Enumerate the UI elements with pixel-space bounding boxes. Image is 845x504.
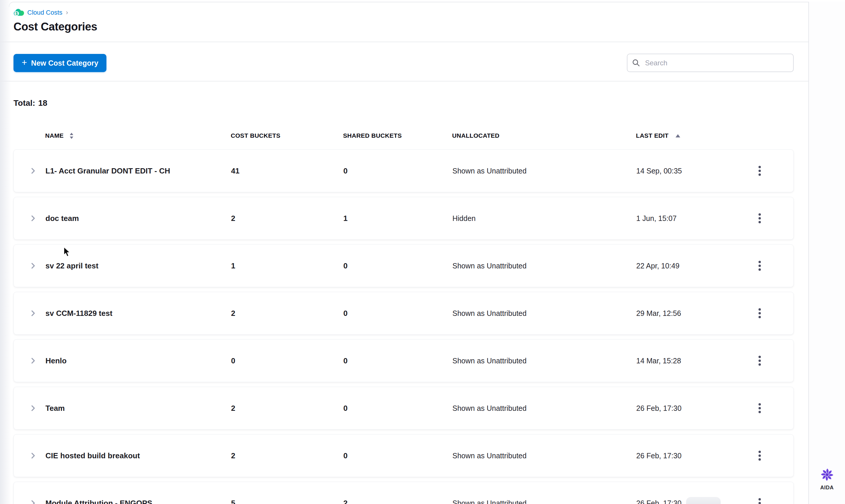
cloud-costs-icon: $ [14,8,24,17]
last-edit-value: 26 Feb, 17:30 [636,404,681,413]
last-edit-value: 26 Feb, 17:30 [636,499,681,504]
sort-both-icon[interactable] [70,133,74,139]
last-edit-value: 22 Apr, 10:49 [636,262,679,270]
toolbar-divider [0,81,808,82]
expand-chevron-icon[interactable] [28,213,38,223]
breadcrumb: $ Cloud Costs › [14,8,68,17]
cost-category-name: CIE hosted build breakout [46,451,140,460]
cost-buckets-value: 2 [231,309,235,318]
total-count: Total:18 [14,98,47,108]
cost-category-list: L1- Acct Granular DONT EDIT - CH 41 0 Sh… [14,149,794,504]
row-menu-kebab-icon[interactable] [753,209,767,228]
unallocated-value: Shown as Unattributed [453,357,527,365]
aida-icon[interactable] [820,468,834,483]
table-row[interactable]: Team 2 0 Shown as Unattributed 26 Feb, 1… [14,387,794,430]
shared-buckets-value: 0 [344,451,348,460]
table-row[interactable]: Module Attribution - ENGOPS 5 2 Shown as… [14,482,794,504]
cost-category-name: Team [46,404,65,413]
shared-buckets-value: 0 [344,262,348,270]
cost-category-name: doc team [46,214,79,223]
shared-buckets-value: 0 [344,356,348,365]
column-header-unallocated[interactable]: UNALLOCATED [452,132,499,139]
unallocated-value: Shown as Unattributed [453,404,527,413]
aida-assistant-widget[interactable]: AIDA [809,468,845,491]
unallocated-value: Hidden [453,214,476,223]
table-row[interactable]: doc team 2 1 Hidden 1 Jun, 15:07 [14,197,794,240]
unallocated-value: Shown as Unattributed [453,262,527,270]
unallocated-value: Shown as Unattributed [453,452,527,460]
row-menu-kebab-icon[interactable] [753,161,767,180]
aida-label: AIDA [809,485,845,491]
row-menu-kebab-icon[interactable] [753,494,767,504]
expand-chevron-icon[interactable] [28,403,38,413]
cost-category-name: Module Attribution - ENGOPS [46,499,152,504]
shared-buckets-value: 0 [344,309,348,318]
unallocated-value: Shown as Unattributed [453,309,527,318]
last-edit-value: 14 Mar, 15:28 [636,357,681,365]
last-edit-value: 29 Mar, 12:56 [636,309,681,318]
breadcrumb-separator: › [66,9,68,16]
cost-category-name: L1- Acct Granular DONT EDIT - CH [46,166,170,176]
table-row[interactable]: CIE hosted build breakout 2 0 Shown as U… [14,434,794,477]
header-divider [0,42,808,42]
cost-buckets-value: 5 [231,499,235,504]
expand-chevron-icon[interactable] [28,260,38,271]
cost-buckets-value: 2 [231,214,235,223]
last-edit-value: 26 Feb, 17:30 [636,452,681,460]
expand-chevron-icon[interactable] [28,498,38,504]
page-title: Cost Categories [14,20,97,33]
unallocated-value: Shown as Unattributed [453,167,527,175]
shared-buckets-value: 0 [344,404,348,413]
collapsed-nav-edge [0,0,11,504]
breadcrumb-cloud-costs-link[interactable]: Cloud Costs [27,9,63,16]
expand-chevron-icon[interactable] [28,165,38,176]
row-menu-kebab-icon[interactable] [753,351,767,370]
cost-category-name: sv 22 april test [46,262,99,270]
expand-chevron-icon[interactable] [28,450,38,461]
table-row[interactable]: Henlo 0 0 Shown as Unattributed 14 Mar, … [14,339,794,382]
right-gutter [809,2,845,504]
new-cost-category-label: New Cost Category [31,59,98,67]
cost-buckets-value: 2 [231,451,235,460]
cost-buckets-value: 1 [231,262,235,270]
cost-buckets-value: 0 [231,356,235,365]
cost-buckets-value: 2 [231,404,235,413]
row-menu-kebab-icon[interactable] [753,256,767,275]
sort-asc-icon[interactable] [675,134,680,138]
last-edit-value: 14 Sep, 00:35 [636,167,682,175]
plus-icon: + [22,58,27,67]
column-header-name[interactable]: NAME [45,132,74,139]
bottom-overlay-peek [686,497,721,504]
table-row[interactable]: sv 22 april test 1 0 Shown as Unattribut… [14,245,794,287]
shared-buckets-value: 1 [344,214,348,223]
search-input[interactable] [627,54,794,72]
row-menu-kebab-icon[interactable] [753,446,767,465]
cost-buckets-value: 41 [231,166,240,176]
expand-chevron-icon[interactable] [28,308,38,319]
shared-buckets-value: 0 [344,166,348,176]
panel-top-border [13,2,808,2]
row-menu-kebab-icon[interactable] [753,399,767,417]
row-menu-kebab-icon[interactable] [753,304,767,323]
new-cost-category-button[interactable]: + New Cost Category [14,54,106,72]
table-row[interactable]: L1- Acct Granular DONT EDIT - CH 41 0 Sh… [14,149,794,192]
svg-text:$: $ [16,11,18,16]
expand-chevron-icon[interactable] [28,356,38,366]
unallocated-value: Shown as Unattributed [453,499,527,504]
cost-category-name: Henlo [46,356,67,365]
column-header-last-edit[interactable]: LAST EDIT [636,132,680,139]
table-header: NAME COST BUCKETS SHARED BUCKETS UNALLOC… [14,128,794,144]
content-right-border [808,2,809,504]
last-edit-value: 1 Jun, 15:07 [636,214,677,223]
table-row[interactable]: sv CCM-11829 test 2 0 Shown as Unattribu… [14,292,794,335]
cost-category-name: sv CCM-11829 test [46,309,112,318]
column-header-cost-buckets[interactable]: COST BUCKETS [231,132,280,139]
shared-buckets-value: 2 [344,499,348,504]
column-header-shared-buckets[interactable]: SHARED BUCKETS [343,132,402,139]
